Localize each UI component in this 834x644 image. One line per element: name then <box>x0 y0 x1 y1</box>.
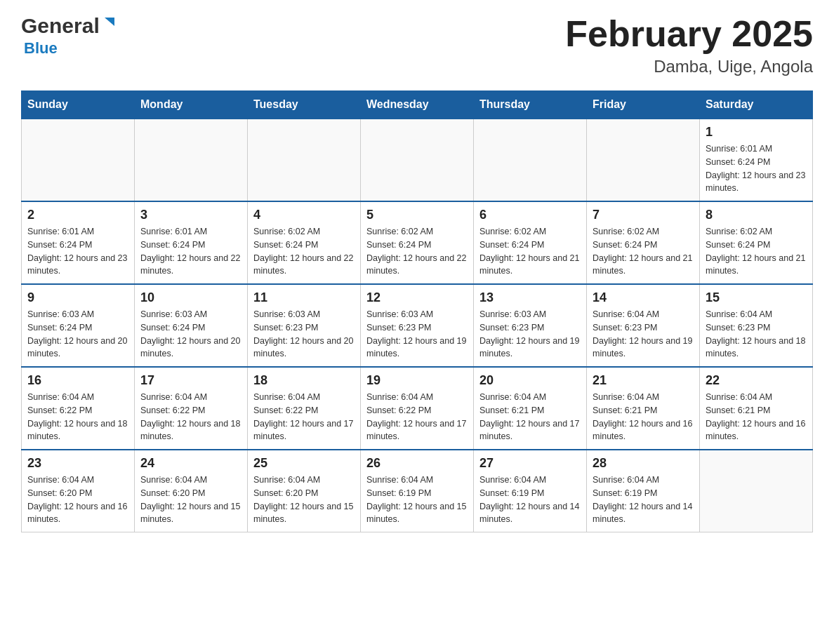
table-row: 20Sunrise: 6:04 AMSunset: 6:21 PMDayligh… <box>474 367 587 450</box>
day-info: Sunrise: 6:03 AMSunset: 6:23 PMDaylight:… <box>479 308 581 361</box>
day-info: Sunrise: 6:04 AMSunset: 6:21 PMDaylight:… <box>593 391 694 443</box>
calendar-week-row: 9Sunrise: 6:03 AMSunset: 6:24 PMDaylight… <box>22 284 813 367</box>
day-info: Sunrise: 6:03 AMSunset: 6:24 PMDaylight:… <box>27 308 128 361</box>
table-row: 16Sunrise: 6:04 AMSunset: 6:22 PMDayligh… <box>22 367 135 450</box>
day-number: 2 <box>27 208 128 222</box>
calendar-subtitle: Damba, Uige, Angola <box>565 57 813 76</box>
table-row: 4Sunrise: 6:02 AMSunset: 6:24 PMDaylight… <box>248 201 361 284</box>
day-number: 10 <box>140 290 241 305</box>
day-info: Sunrise: 6:04 AMSunset: 6:21 PMDaylight:… <box>479 391 581 443</box>
day-info: Sunrise: 6:02 AMSunset: 6:24 PMDaylight:… <box>479 225 581 278</box>
table-row: 6Sunrise: 6:02 AMSunset: 6:24 PMDaylight… <box>474 201 587 284</box>
day-info: Sunrise: 6:02 AMSunset: 6:24 PMDaylight:… <box>593 225 694 278</box>
day-info: Sunrise: 6:02 AMSunset: 6:24 PMDaylight:… <box>366 225 468 278</box>
day-number: 26 <box>366 456 468 471</box>
table-row: 17Sunrise: 6:04 AMSunset: 6:22 PMDayligh… <box>135 367 248 450</box>
weekday-header-row: Sunday Monday Tuesday Wednesday Thursday… <box>22 91 813 119</box>
table-row <box>22 119 135 201</box>
day-info: Sunrise: 6:04 AMSunset: 6:22 PMDaylight:… <box>366 391 468 443</box>
day-number: 22 <box>706 373 807 388</box>
table-row: 21Sunrise: 6:04 AMSunset: 6:21 PMDayligh… <box>587 367 700 450</box>
logo-arrow-icon <box>102 15 117 33</box>
table-row: 9Sunrise: 6:03 AMSunset: 6:24 PMDaylight… <box>22 284 135 367</box>
day-number: 13 <box>479 290 581 305</box>
table-row: 13Sunrise: 6:03 AMSunset: 6:23 PMDayligh… <box>474 284 587 367</box>
day-info: Sunrise: 6:02 AMSunset: 6:24 PMDaylight:… <box>706 225 807 278</box>
day-number: 8 <box>706 208 807 222</box>
day-number: 21 <box>593 373 694 388</box>
table-row: 28Sunrise: 6:04 AMSunset: 6:19 PMDayligh… <box>587 450 700 532</box>
day-info: Sunrise: 6:04 AMSunset: 6:22 PMDaylight:… <box>27 391 128 443</box>
page-header: General Blue February 2025 Damba, Uige, … <box>21 14 813 76</box>
header-friday: Friday <box>587 91 700 119</box>
table-row <box>474 119 587 201</box>
day-info: Sunrise: 6:03 AMSunset: 6:23 PMDaylight:… <box>366 308 468 361</box>
day-number: 4 <box>253 208 355 222</box>
day-info: Sunrise: 6:04 AMSunset: 6:22 PMDaylight:… <box>253 391 355 443</box>
table-row: 12Sunrise: 6:03 AMSunset: 6:23 PMDayligh… <box>361 284 474 367</box>
logo-blue-text: Blue <box>24 39 58 58</box>
table-row: 14Sunrise: 6:04 AMSunset: 6:23 PMDayligh… <box>587 284 700 367</box>
day-info: Sunrise: 6:04 AMSunset: 6:22 PMDaylight:… <box>140 391 241 443</box>
table-row: 2Sunrise: 6:01 AMSunset: 6:24 PMDaylight… <box>22 201 135 284</box>
table-row: 8Sunrise: 6:02 AMSunset: 6:24 PMDaylight… <box>700 201 813 284</box>
table-row: 26Sunrise: 6:04 AMSunset: 6:19 PMDayligh… <box>361 450 474 532</box>
day-number: 25 <box>253 456 355 471</box>
table-row: 15Sunrise: 6:04 AMSunset: 6:23 PMDayligh… <box>700 284 813 367</box>
day-info: Sunrise: 6:04 AMSunset: 6:20 PMDaylight:… <box>253 474 355 526</box>
day-number: 9 <box>27 290 128 305</box>
table-row <box>135 119 248 201</box>
day-number: 3 <box>140 208 241 222</box>
header-thursday: Thursday <box>474 91 587 119</box>
table-row: 11Sunrise: 6:03 AMSunset: 6:23 PMDayligh… <box>248 284 361 367</box>
logo: General Blue <box>21 14 117 58</box>
day-number: 28 <box>593 456 694 471</box>
calendar-week-row: 1Sunrise: 6:01 AMSunset: 6:24 PMDaylight… <box>22 119 813 201</box>
day-number: 7 <box>593 208 694 222</box>
day-number: 18 <box>253 373 355 388</box>
header-saturday: Saturday <box>700 91 813 119</box>
title-area: February 2025 Damba, Uige, Angola <box>565 14 813 76</box>
day-info: Sunrise: 6:04 AMSunset: 6:19 PMDaylight:… <box>479 474 581 526</box>
day-info: Sunrise: 6:03 AMSunset: 6:24 PMDaylight:… <box>140 308 241 361</box>
calendar-week-row: 23Sunrise: 6:04 AMSunset: 6:20 PMDayligh… <box>22 450 813 532</box>
table-row: 18Sunrise: 6:04 AMSunset: 6:22 PMDayligh… <box>248 367 361 450</box>
day-number: 5 <box>366 208 468 222</box>
header-sunday: Sunday <box>22 91 135 119</box>
table-row: 27Sunrise: 6:04 AMSunset: 6:19 PMDayligh… <box>474 450 587 532</box>
day-number: 27 <box>479 456 581 471</box>
day-number: 11 <box>253 290 355 305</box>
table-row: 1Sunrise: 6:01 AMSunset: 6:24 PMDaylight… <box>700 119 813 201</box>
day-number: 19 <box>366 373 468 388</box>
day-number: 14 <box>593 290 694 305</box>
day-info: Sunrise: 6:04 AMSunset: 6:20 PMDaylight:… <box>140 474 241 526</box>
header-monday: Monday <box>135 91 248 119</box>
day-number: 20 <box>479 373 581 388</box>
day-number: 6 <box>479 208 581 222</box>
table-row: 25Sunrise: 6:04 AMSunset: 6:20 PMDayligh… <box>248 450 361 532</box>
day-info: Sunrise: 6:04 AMSunset: 6:21 PMDaylight:… <box>706 391 807 443</box>
header-tuesday: Tuesday <box>248 91 361 119</box>
day-number: 12 <box>366 290 468 305</box>
day-info: Sunrise: 6:02 AMSunset: 6:24 PMDaylight:… <box>253 225 355 278</box>
calendar-table: Sunday Monday Tuesday Wednesday Thursday… <box>21 90 813 532</box>
table-row <box>361 119 474 201</box>
day-info: Sunrise: 6:01 AMSunset: 6:24 PMDaylight:… <box>140 225 241 278</box>
table-row: 24Sunrise: 6:04 AMSunset: 6:20 PMDayligh… <box>135 450 248 532</box>
day-number: 1 <box>706 125 807 140</box>
day-number: 23 <box>27 456 128 471</box>
day-info: Sunrise: 6:04 AMSunset: 6:19 PMDaylight:… <box>593 474 694 526</box>
day-info: Sunrise: 6:01 AMSunset: 6:24 PMDaylight:… <box>706 142 807 195</box>
table-row: 23Sunrise: 6:04 AMSunset: 6:20 PMDayligh… <box>22 450 135 532</box>
day-number: 16 <box>27 373 128 388</box>
calendar-week-row: 2Sunrise: 6:01 AMSunset: 6:24 PMDaylight… <box>22 201 813 284</box>
table-row: 5Sunrise: 6:02 AMSunset: 6:24 PMDaylight… <box>361 201 474 284</box>
logo-general-text: General <box>21 14 100 38</box>
day-info: Sunrise: 6:03 AMSunset: 6:23 PMDaylight:… <box>253 308 355 361</box>
day-info: Sunrise: 6:04 AMSunset: 6:23 PMDaylight:… <box>706 308 807 361</box>
svg-marker-0 <box>105 18 114 26</box>
calendar-title: February 2025 <box>565 14 813 54</box>
table-row: 19Sunrise: 6:04 AMSunset: 6:22 PMDayligh… <box>361 367 474 450</box>
header-wednesday: Wednesday <box>361 91 474 119</box>
day-number: 17 <box>140 373 241 388</box>
